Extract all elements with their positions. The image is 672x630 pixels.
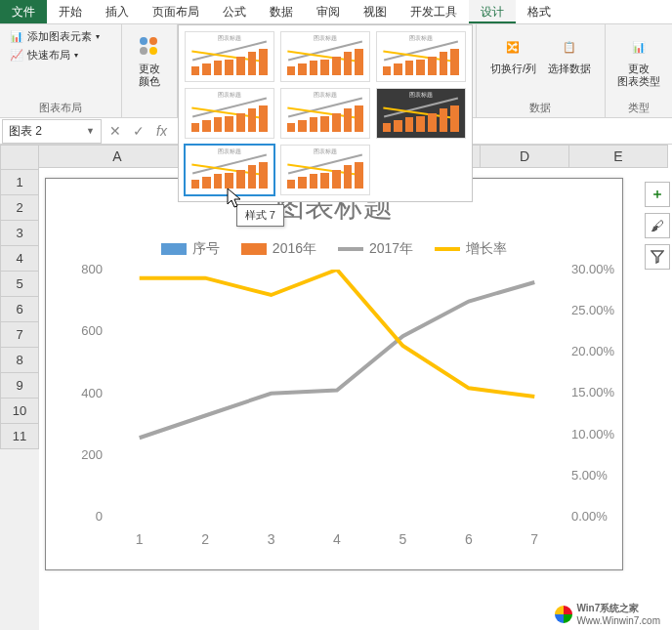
embedded-chart[interactable]: 图表标题 序号 2016年 2017年 增长率 8006004002000 30…: [45, 178, 623, 570]
chart-style-5[interactable]: 图表标题: [280, 88, 370, 139]
group-data: 🔀 切换行/列 📋 选择数据 数据: [477, 24, 606, 117]
group-chart-layout: 📊 添加图表元素 ▾ 📈 快速布局 ▾ 图表布局: [0, 24, 122, 117]
group-type: 📊 更改 图表类型 类型: [606, 24, 672, 117]
chart-style-2[interactable]: 图表标题: [280, 31, 370, 82]
palette-icon: [134, 31, 165, 63]
watermark-brand: Win7系统之家: [576, 602, 660, 615]
column-header[interactable]: E: [569, 145, 668, 168]
svg-point-1: [149, 37, 157, 45]
chart-style-8[interactable]: 图表标题: [280, 145, 370, 195]
name-box[interactable]: 图表 2 ▼: [2, 119, 102, 144]
tab-formula[interactable]: 公式: [211, 0, 258, 23]
legend-label: 2017年: [369, 240, 413, 258]
sheet-area: 1 2 3 4 5 6 7 8 9 10 11 A D E ＋ 🖌 图表标题 序…: [0, 145, 672, 630]
chart-side-tools: ＋ 🖌: [645, 182, 670, 270]
row-header[interactable]: 2: [0, 195, 39, 221]
name-box-value: 图表 2: [9, 123, 42, 140]
chart-style-6[interactable]: 图表标题: [376, 88, 466, 139]
tab-view[interactable]: 视图: [352, 0, 399, 23]
y-axis-right: 30.00%25.00%20.00%15.00%10.00%5.00%0.00%: [571, 262, 626, 524]
group-label-type: 类型: [628, 101, 650, 115]
quick-layout-button[interactable]: 📈 快速布局 ▾: [6, 46, 82, 64]
chart-style-7[interactable]: 图表标题: [184, 144, 275, 196]
tab-design[interactable]: 设计: [469, 0, 516, 23]
tab-review[interactable]: 审阅: [305, 0, 352, 23]
windows-logo-icon: [555, 606, 572, 623]
legend-item[interactable]: 增长率: [435, 240, 507, 258]
chart-elements-button[interactable]: ＋: [645, 182, 670, 207]
row-header[interactable]: 4: [0, 246, 39, 272]
svg-point-2: [140, 47, 147, 55]
row-headers: 1 2 3 4 5 6 7 8 9 10 11: [0, 145, 39, 630]
fx-icon[interactable]: fx: [150, 123, 173, 139]
legend-swatch-icon: [161, 243, 187, 255]
tab-home[interactable]: 开始: [47, 0, 94, 23]
group-label-data: 数据: [529, 101, 551, 115]
tab-developer[interactable]: 开发工具: [399, 0, 469, 23]
add-element-icon: 📊: [10, 30, 23, 43]
x-axis: 1234567: [106, 531, 567, 547]
change-colors-button[interactable]: 更改 颜色: [128, 27, 171, 92]
plot-area[interactable]: 8006004002000 30.00%25.00%20.00%15.00%10…: [106, 270, 567, 524]
svg-point-3: [149, 47, 157, 55]
switch-label: 切换行/列: [490, 63, 536, 75]
chart-styles-gallery[interactable]: 图表标题 图表标题 图表标题 图表标题 图表标题 图表标题 图表标题 图表标题: [178, 24, 473, 202]
chevron-down-icon: ▾: [74, 51, 78, 60]
change-colors-label: 更改 颜色: [139, 63, 160, 88]
confirm-icon[interactable]: ✓: [127, 123, 150, 139]
chevron-down-icon: ▼: [86, 126, 95, 136]
watermark: Win7系统之家 Www.Winwin7.com: [549, 600, 666, 628]
chart-filters-button[interactable]: [645, 244, 670, 270]
legend-item[interactable]: 2016年: [241, 240, 316, 258]
line-series[interactable]: [106, 270, 567, 524]
chevron-down-icon: ▾: [96, 32, 100, 41]
select-all-corner[interactable]: [0, 145, 39, 170]
add-element-label: 添加图表元素: [27, 29, 92, 44]
legend-item[interactable]: 序号: [161, 240, 220, 258]
tab-file[interactable]: 文件: [0, 0, 47, 23]
tab-format[interactable]: 格式: [516, 0, 563, 23]
tab-insert[interactable]: 插入: [94, 0, 141, 23]
legend-label: 序号: [192, 240, 220, 258]
tab-page-layout[interactable]: 页面布局: [141, 0, 211, 23]
chart-style-1[interactable]: 图表标题: [185, 31, 274, 82]
quick-layout-label: 快速布局: [27, 48, 70, 63]
row-header[interactable]: 6: [0, 297, 39, 322]
legend-label: 2016年: [273, 240, 316, 258]
style-tooltip: 样式 7: [236, 204, 284, 227]
row-header[interactable]: 3: [0, 221, 39, 246]
row-header[interactable]: 9: [0, 373, 39, 399]
grid-body: A D E ＋ 🖌 图表标题 序号 2016年 2017年 增长率 800600…: [39, 145, 672, 630]
change-type-label: 更改 图表类型: [617, 63, 660, 88]
select-data-button[interactable]: 📋 选择数据: [542, 27, 597, 79]
select-data-label: 选择数据: [548, 63, 591, 75]
legend-swatch-icon: [435, 247, 460, 251]
switch-row-col-button[interactable]: 🔀 切换行/列: [484, 27, 542, 79]
watermark-url: Www.Winwin7.com: [576, 615, 660, 626]
row-header[interactable]: 7: [0, 322, 39, 348]
quick-layout-icon: 📈: [10, 49, 23, 62]
row-header[interactable]: 11: [0, 424, 39, 449]
chart-style-3[interactable]: 图表标题: [376, 31, 466, 82]
legend-item[interactable]: 2017年: [338, 240, 413, 258]
group-label-layout: 图表布局: [39, 101, 82, 115]
column-header[interactable]: D: [481, 145, 569, 168]
legend-swatch-icon: [241, 243, 267, 255]
row-header[interactable]: 10: [0, 399, 39, 424]
group-chart-styles: 图表标题 图表标题 图表标题 图表标题 图表标题 图表标题 图表标题 图表标题 …: [178, 24, 477, 117]
add-chart-element-button[interactable]: 📊 添加图表元素 ▾: [6, 27, 104, 46]
chart-type-icon: 📊: [623, 31, 654, 63]
row-header[interactable]: 5: [0, 272, 39, 297]
chart-styles-button[interactable]: 🖌: [645, 213, 670, 238]
change-chart-type-button[interactable]: 📊 更改 图表类型: [611, 27, 666, 92]
group-change-colors: 更改 颜色: [122, 24, 178, 117]
chart-legend[interactable]: 序号 2016年 2017年 增长率: [46, 240, 622, 258]
chart-style-4[interactable]: 图表标题: [185, 88, 274, 139]
ribbon: 📊 添加图表元素 ▾ 📈 快速布局 ▾ 图表布局 更改 颜色 图表标题 图表标题…: [0, 24, 672, 118]
cancel-icon[interactable]: ✕: [104, 123, 127, 139]
row-header[interactable]: 8: [0, 348, 39, 373]
tab-data[interactable]: 数据: [258, 0, 305, 23]
ribbon-tabs: 文件 开始 插入 页面布局 公式 数据 审阅 视图 开发工具 设计 格式: [0, 0, 672, 24]
row-header[interactable]: 1: [0, 170, 39, 195]
column-header[interactable]: A: [39, 145, 196, 168]
